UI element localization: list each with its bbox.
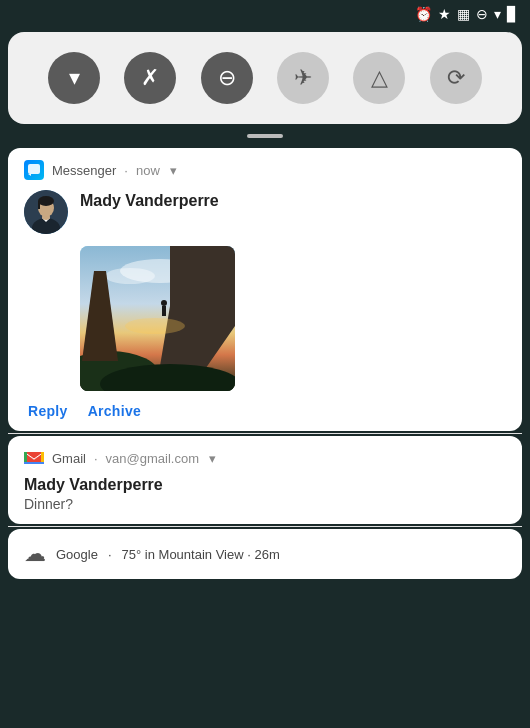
messenger-notif-content: Mady Vanderperre bbox=[24, 190, 506, 234]
google-dot-sep: · bbox=[108, 547, 112, 562]
messenger-notif-actions: Reply Archive bbox=[24, 403, 506, 419]
gmail-chevron-icon[interactable]: ▾ bbox=[209, 451, 216, 466]
bluetooth-icon: ✗ bbox=[141, 65, 159, 91]
airplane-icon: ✈ bbox=[294, 65, 312, 91]
gmail-icon bbox=[24, 448, 44, 468]
archive-button[interactable]: Archive bbox=[88, 403, 141, 419]
airplane-toggle[interactable]: ✈ bbox=[277, 52, 329, 104]
gmail-sender-name: Mady Vanderperre bbox=[24, 476, 506, 494]
messenger-chevron-icon[interactable]: ▾ bbox=[170, 163, 177, 178]
svg-marker-1 bbox=[28, 174, 31, 176]
bluetooth-status-icon: ★ bbox=[438, 6, 451, 22]
avatar bbox=[24, 190, 68, 234]
rotate-toggle[interactable]: ⟳ bbox=[430, 52, 482, 104]
drag-handle bbox=[0, 128, 530, 140]
reply-button[interactable]: Reply bbox=[28, 403, 68, 419]
gmail-notification: Gmail · van@gmail.com ▾ Mady Vanderperre… bbox=[8, 436, 522, 524]
dnd-toggle[interactable]: ⊖ bbox=[201, 52, 253, 104]
wifi-toggle[interactable]: ▾ bbox=[48, 52, 100, 104]
messenger-image-container bbox=[80, 246, 506, 391]
messenger-app-icon bbox=[24, 160, 44, 180]
svg-point-17 bbox=[161, 300, 167, 306]
rotate-icon: ⟳ bbox=[447, 65, 465, 91]
svg-point-16 bbox=[125, 318, 185, 334]
svg-rect-25 bbox=[24, 462, 44, 464]
google-notif-app: Google bbox=[56, 547, 98, 562]
svg-rect-18 bbox=[162, 306, 166, 316]
messenger-app-name: Messenger bbox=[52, 163, 116, 178]
notifications-list: Messenger · now ▾ bbox=[8, 148, 522, 579]
gmail-notif-header: Gmail · van@gmail.com ▾ bbox=[24, 448, 506, 468]
signal-icon: ▊ bbox=[507, 6, 518, 22]
gmail-account: van@gmail.com bbox=[106, 451, 199, 466]
messenger-notif-header: Messenger · now ▾ bbox=[24, 160, 506, 180]
gmail-subject: Dinner? bbox=[24, 496, 506, 512]
gmail-app-name: Gmail bbox=[52, 451, 86, 466]
cloud-icon: ☁ bbox=[24, 541, 46, 567]
status-bar: ⏰ ★ ▦ ⊖ ▾ ▊ bbox=[0, 0, 530, 28]
messenger-sender-name: Mady Vanderperre bbox=[80, 192, 219, 210]
flashlight-toggle[interactable]: △ bbox=[353, 52, 405, 104]
messenger-notif-time-value: now bbox=[136, 163, 160, 178]
dnd-icon: ⊖ bbox=[476, 6, 488, 22]
bluetooth-toggle[interactable]: ✗ bbox=[124, 52, 176, 104]
flashlight-icon: △ bbox=[371, 65, 388, 91]
google-notification: ☁ Google · 75° in Mountain View · 26m bbox=[8, 529, 522, 579]
wifi-status-icon: ▾ bbox=[494, 6, 501, 22]
drag-handle-bar bbox=[247, 134, 283, 138]
notification-divider-1 bbox=[8, 433, 522, 434]
dnd-minus-icon: ⊖ bbox=[218, 65, 236, 91]
notification-divider-2 bbox=[8, 526, 522, 527]
wifi-icon: ▾ bbox=[69, 65, 80, 91]
alarm-icon: ⏰ bbox=[415, 6, 432, 22]
svg-point-11 bbox=[105, 268, 155, 284]
messenger-image bbox=[80, 246, 235, 391]
messenger-sender-info: Mady Vanderperre bbox=[80, 190, 219, 210]
cast-icon: ▦ bbox=[457, 6, 470, 22]
svg-rect-8 bbox=[38, 201, 40, 209]
gmail-separator: · bbox=[94, 451, 98, 466]
svg-point-7 bbox=[38, 196, 54, 206]
svg-rect-0 bbox=[28, 164, 40, 174]
quick-settings-panel: ▾ ✗ ⊖ ✈ △ ⟳ bbox=[8, 32, 522, 124]
messenger-notification: Messenger · now ▾ bbox=[8, 148, 522, 431]
messenger-notif-time: · bbox=[124, 163, 128, 178]
google-weather-text: 75° in Mountain View · 26m bbox=[122, 547, 280, 562]
